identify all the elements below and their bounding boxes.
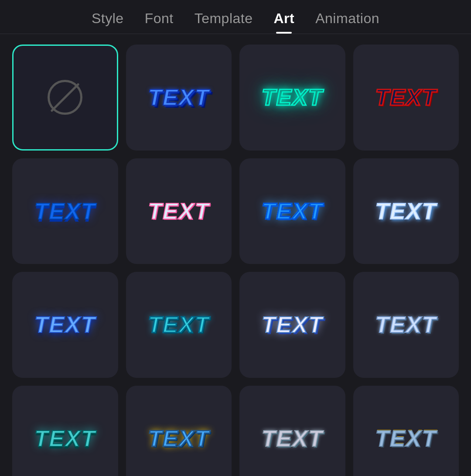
art-style-1[interactable]: TEXT	[126, 45, 232, 151]
art-style-grid: TEXT TEXT TEXT TEXT TEXT TEXT TEXT TEXT …	[0, 34, 471, 476]
tab-art[interactable]: Art	[274, 10, 295, 34]
none-icon	[48, 80, 82, 115]
art-style-14-label: TEXT	[262, 427, 323, 450]
art-style-13[interactable]: TEXT	[126, 386, 232, 476]
tab-template[interactable]: Template	[195, 10, 253, 34]
art-style-3-label: TEXT	[375, 86, 437, 109]
art-style-9[interactable]: TEXT	[126, 272, 232, 378]
tab-style[interactable]: Style	[92, 10, 124, 34]
art-style-10[interactable]: TEXT	[239, 272, 345, 378]
art-style-6-label: TEXT	[262, 200, 323, 223]
art-style-5-label: TEXT	[148, 200, 209, 223]
art-style-1-label: TEXT	[148, 86, 209, 109]
art-style-9-label: TEXT	[148, 313, 209, 336]
tab-animation[interactable]: Animation	[315, 10, 379, 34]
art-style-5[interactable]: TEXT	[126, 158, 232, 264]
art-style-7[interactable]: TEXT	[353, 158, 459, 264]
art-style-13-label: TEXT	[148, 427, 209, 450]
art-style-11[interactable]: TEXT	[353, 272, 459, 378]
art-style-3[interactable]: TEXT	[353, 45, 459, 151]
art-style-12-label: TEXT	[34, 427, 96, 450]
art-style-4[interactable]: TEXT	[12, 158, 118, 264]
art-style-11-label: TEXT	[375, 313, 437, 336]
art-style-4-label: TEXT	[34, 200, 96, 223]
art-style-12[interactable]: TEXT	[12, 386, 118, 476]
top-navigation: Style Font Template Art Animation	[0, 0, 471, 34]
art-style-8-label: TEXT	[34, 313, 96, 336]
art-style-15[interactable]: TEXT	[353, 386, 459, 476]
art-style-10-label: TEXT	[262, 313, 323, 336]
art-style-7-label: TEXT	[375, 200, 437, 223]
art-style-6[interactable]: TEXT	[239, 158, 345, 264]
art-style-none[interactable]	[12, 45, 118, 151]
art-style-2[interactable]: TEXT	[239, 45, 345, 151]
art-style-15-label: TEXT	[375, 427, 437, 450]
art-style-8[interactable]: TEXT	[12, 272, 118, 378]
art-style-2-label: TEXT	[262, 86, 323, 109]
art-style-14[interactable]: TEXT	[239, 386, 345, 476]
tab-font[interactable]: Font	[145, 10, 174, 34]
